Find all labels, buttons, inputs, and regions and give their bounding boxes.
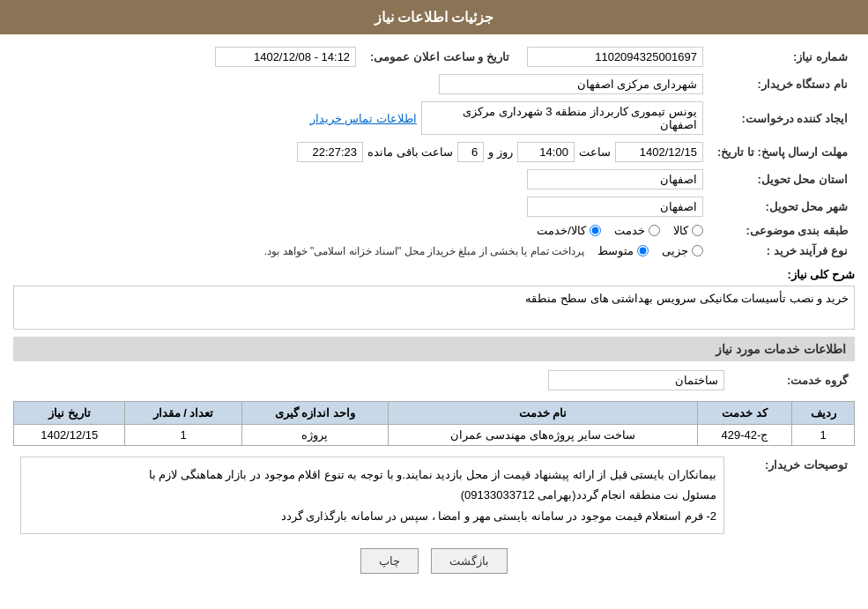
category-radio-kala-khedmat[interactable]: کالا/خدمت: [537, 224, 601, 237]
col-service-name: نام خدمت: [389, 402, 697, 425]
service-group-label: گروه خدمت:: [731, 367, 855, 394]
city-value: اصفهان: [527, 197, 703, 217]
purchase-note: پرداخت تمام یا بخشی از مبلغ خریداز محل "…: [264, 245, 584, 257]
purchase-radio-jozi[interactable]: جزیی: [662, 244, 703, 257]
cell-quantity: 1: [125, 425, 241, 446]
col-quantity: تعداد / مقدار: [125, 402, 241, 425]
category-radio-kala[interactable]: کالا: [673, 224, 703, 237]
response-date: 1402/12/15: [615, 142, 703, 162]
need-desc-label: شرح کلی نیاز:: [767, 268, 855, 281]
province-label: استان محل تحویل:: [710, 166, 855, 193]
col-date: تاریخ نیاز: [14, 402, 125, 425]
buyer-notes-content: بیمانکاران بایستی قبل از ارائه پیشنهاد ق…: [20, 457, 724, 534]
table-row: 1 ج-42-429 ساخت سایر پروژه‌های مهندسی عم…: [14, 425, 855, 446]
category-radio3-label: کالا/خدمت: [537, 224, 586, 237]
response-time-label: ساعت: [579, 145, 611, 159]
services-section-title: اطلاعات خدمات مورد نیاز: [13, 337, 855, 361]
category-label: طبقه بندی موضوعی:: [710, 220, 855, 241]
buyer-name-value: شهرداری مرکزی اصفهان: [439, 74, 703, 94]
back-button[interactable]: بازگشت: [431, 548, 508, 574]
response-remaining: 22:27:23: [297, 142, 363, 162]
buyer-notes-line: مسئول نت منطقه انجام گردد(بهرامی 0913303…: [28, 485, 716, 505]
category-radio1-label: کالا: [673, 224, 688, 237]
col-unit: واحد اندازه گیری: [241, 402, 389, 425]
buyer-name-label: نام دستگاه خریدار:: [710, 71, 855, 98]
need-number-label: شماره نیاز:: [710, 43, 855, 71]
buyer-notes-label: توصیحات خریدار:: [731, 453, 855, 538]
purchase-radio2-label: متوسط: [597, 244, 634, 257]
city-label: شهر محل تحویل:: [710, 193, 855, 220]
cell-date: 1402/12/15: [14, 425, 125, 446]
buyer-notes-line: 2- فرم استعلام قیمت موجود در سامانه بایس…: [28, 506, 716, 526]
response-deadline-label: مهلت ارسال پاسخ: تا تاریخ:: [710, 138, 855, 166]
category-radio2-label: خدمت: [614, 224, 645, 237]
response-time: 14:00: [517, 142, 575, 162]
creator-label: ایجاد کننده درخواست:: [710, 98, 855, 138]
response-day-label: روز و: [488, 145, 513, 159]
cell-row-num: 1: [792, 425, 855, 446]
need-desc-value: خرید و نصب تأسیسات مکانیکی سرویس بهداشتی…: [13, 286, 855, 330]
print-button[interactable]: چاپ: [360, 548, 419, 574]
buyer-notes-line: بیمانکاران بایستی قبل از ارائه پیشنهاد ق…: [28, 464, 716, 485]
purchase-radio1-label: جزیی: [662, 244, 688, 257]
purchase-radio-motavasset[interactable]: متوسط: [597, 244, 649, 257]
cell-service-name: ساخت سایر پروژه‌های مهندسی عمران: [389, 425, 697, 446]
category-radio-khedmat[interactable]: خدمت: [614, 224, 660, 237]
contact-link[interactable]: اطلاعات تماس خریدار: [310, 112, 417, 125]
response-days: 6: [457, 142, 484, 162]
service-group-value: ساختمان: [548, 370, 724, 390]
col-service-code: کد خدمت: [697, 402, 792, 425]
cell-service-code: ج-42-429: [697, 425, 792, 446]
purchase-type-label: نوع فرآیند خرید :: [710, 241, 855, 261]
need-number-value: 1102094325001697: [527, 47, 703, 67]
announcement-label: تاریخ و ساعت اعلان عمومی:: [363, 43, 516, 71]
creator-value: یونس تیموری کاربرداز منطقه 3 شهرداری مرک…: [421, 101, 703, 135]
cell-unit: پروژه: [241, 425, 389, 446]
col-row-num: ردیف: [792, 402, 855, 425]
announcement-value: 1402/12/08 - 14:12: [215, 47, 356, 67]
page-title: جزئیات اطلاعات نیاز: [0, 0, 868, 34]
response-remaining-label: ساعت باقی مانده: [367, 145, 453, 159]
province-value: اصفهان: [527, 169, 703, 189]
